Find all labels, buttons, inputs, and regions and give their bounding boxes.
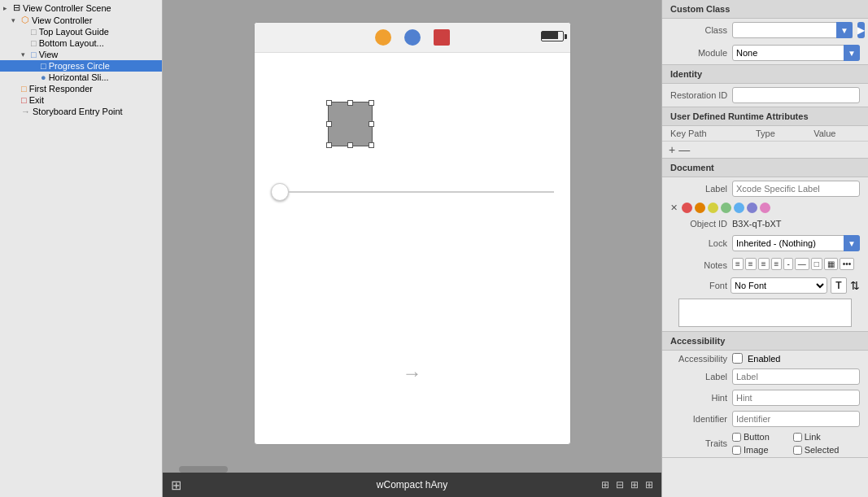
- color-reset-icon[interactable]: ✕: [670, 203, 678, 213]
- accessibility-hint-input[interactable]: [732, 390, 860, 406]
- lock-row: Lock Inherited - (Nothing) ▼: [662, 232, 868, 255]
- notes-align-center[interactable]: ≡: [745, 258, 757, 270]
- class-dropdown-icon[interactable]: ▼: [836, 22, 853, 38]
- accessibility-label-label: Label: [670, 372, 727, 381]
- font-select[interactable]: No Font: [731, 277, 827, 294]
- class-arrow-btn[interactable]: ▶: [857, 22, 865, 38]
- notes-justify[interactable]: ≡: [771, 258, 783, 270]
- notes-grid[interactable]: ▦: [824, 258, 838, 270]
- arrow-container: →: [403, 362, 422, 385]
- handle-ml[interactable]: [326, 121, 332, 127]
- phone-toolbar: [255, 23, 570, 53]
- tree-item-bottom-layout[interactable]: □ Bottom Layout...: [0, 37, 162, 49]
- responder-icon: □: [21, 84, 27, 94]
- canvas-bottom-icon-4[interactable]: ⊞: [645, 479, 653, 490]
- handle-tl[interactable]: [326, 100, 332, 106]
- canvas-size-label: wCompact hAny: [377, 479, 447, 490]
- font-T-button[interactable]: T: [831, 277, 847, 294]
- handle-bm[interactable]: [347, 142, 353, 148]
- canvas-bottom-icon-3[interactable]: ⊞: [630, 479, 639, 490]
- font-stepper[interactable]: ⇅: [850, 279, 860, 292]
- trait-button-checkbox[interactable]: [732, 433, 741, 442]
- slider-thumb[interactable]: [271, 183, 289, 201]
- color-orange[interactable]: [695, 203, 705, 213]
- accessibility-label-input[interactable]: [732, 368, 860, 385]
- lock-dropdown-icon[interactable]: ▼: [844, 235, 860, 251]
- notes-list[interactable]: —: [795, 258, 809, 270]
- doc-label-label: Label: [670, 184, 727, 194]
- tree-item-view[interactable]: ▾ □ View: [0, 49, 162, 60]
- module-select[interactable]: None: [732, 45, 860, 61]
- trait-image: Image: [732, 445, 790, 455]
- col-value: Value: [805, 126, 868, 142]
- document-section: Document Label ✕ Object ID B3X-qT-bXT L: [662, 159, 868, 332]
- user-defined-section: User Defined Runtime Attributes Key Path…: [662, 107, 868, 159]
- toolbar-icon-red[interactable]: [434, 29, 450, 46]
- selection-handles: [326, 100, 374, 148]
- color-blue[interactable]: [734, 203, 744, 213]
- module-dropdown-icon[interactable]: ▼: [844, 45, 860, 61]
- notes-textarea[interactable]: [678, 299, 852, 327]
- trait-selected-checkbox[interactable]: [793, 446, 802, 455]
- color-purple[interactable]: [747, 203, 757, 213]
- color-yellow[interactable]: [708, 203, 718, 213]
- canvas-inner[interactable]: →: [163, 0, 661, 466]
- notes-divider[interactable]: -: [783, 258, 792, 270]
- handle-tr[interactable]: [369, 100, 374, 106]
- color-red[interactable]: [682, 203, 692, 213]
- add-attribute-button[interactable]: +: [669, 143, 675, 156]
- tree-item-slider[interactable]: ● Horizontal Sli...: [0, 72, 162, 83]
- canvas-bottom-icon-1[interactable]: ⊞: [601, 479, 609, 490]
- handle-br[interactable]: [369, 142, 374, 148]
- tree-item-vc[interactable]: ▾ ⬡ View Controller: [0, 14, 162, 26]
- module-row: Module None ▼: [662, 41, 868, 64]
- phone-frame: →: [254, 22, 571, 445]
- tree-item-progress-circle[interactable]: □ Progress Circle: [0, 60, 162, 72]
- handle-mr[interactable]: [369, 121, 374, 127]
- arrow-icon: →: [403, 362, 422, 385]
- canvas-add-icon[interactable]: ⊞: [171, 477, 181, 493]
- runtime-attributes-table: Key Path Type Value: [662, 126, 868, 142]
- tree-item-scene[interactable]: ▸ ⊟ View Controller Scene: [0, 2, 162, 14]
- notes-table[interactable]: □: [811, 258, 822, 270]
- trait-button-label: Button: [744, 432, 770, 442]
- class-row: Class ProgressCircle ▼ ▶: [662, 19, 868, 41]
- tree-item-first-responder[interactable]: □ First Responder: [0, 83, 162, 94]
- toolbar-icon-blue[interactable]: [404, 29, 421, 46]
- handle-bl[interactable]: [326, 142, 332, 148]
- canvas-scrollbar[interactable]: [163, 466, 661, 473]
- restoration-id-input[interactable]: [732, 87, 860, 103]
- trait-selected-label: Selected: [805, 445, 840, 455]
- lock-select[interactable]: Inherited - (Nothing): [732, 235, 860, 251]
- class-select-wrap: ProgressCircle ▼: [732, 22, 853, 38]
- color-pink[interactable]: [760, 203, 770, 213]
- accessibility-identifier-label: Identifier: [670, 414, 727, 424]
- right-panel: Custom Class Class ProgressCircle ▼ ▶ Mo…: [661, 0, 868, 497]
- canvas-bottom-icon-2[interactable]: ⊟: [616, 479, 624, 490]
- notes-align-right[interactable]: ≡: [758, 258, 770, 270]
- scrollbar-thumb[interactable]: [179, 466, 228, 473]
- trait-image-checkbox[interactable]: [732, 446, 741, 455]
- traits-header-row: Traits Button Link Image: [662, 429, 868, 457]
- traits-grid: Button Link Image Selected: [732, 432, 860, 455]
- tree-item-storyboard-entry[interactable]: → Storyboard Entry Point: [0, 106, 162, 117]
- remove-attribute-button[interactable]: —: [678, 143, 690, 156]
- accessibility-enabled-checkbox[interactable]: [732, 353, 743, 364]
- document-title: Document: [662, 159, 868, 177]
- notes-more[interactable]: •••: [840, 258, 855, 270]
- trait-link-checkbox[interactable]: [793, 433, 802, 442]
- project-tree: ▸ ⊟ View Controller Scene ▾ ⬡ View Contr…: [0, 0, 162, 497]
- tree-item-top-layout[interactable]: □ Top Layout Guide: [0, 26, 162, 37]
- notes-align-left[interactable]: ≡: [732, 258, 744, 270]
- notes-toolbar: ≡ ≡ ≡ ≡ - — □ ▦ •••: [732, 258, 860, 270]
- guide-icon: □: [31, 38, 37, 48]
- canvas-bottom-bar: ⊞ wCompact hAny ⊞ ⊟ ⊞ ⊞: [163, 473, 661, 497]
- toolbar-icon-orange[interactable]: [375, 29, 391, 46]
- class-input[interactable]: ProgressCircle: [732, 22, 853, 38]
- color-green[interactable]: [721, 203, 731, 213]
- handle-tm[interactable]: [347, 100, 353, 106]
- accessibility-identifier-input[interactable]: [732, 411, 860, 427]
- tree-item-exit[interactable]: □ Exit: [0, 94, 162, 106]
- doc-label-input[interactable]: [732, 181, 860, 197]
- slider-container[interactable]: [271, 183, 554, 201]
